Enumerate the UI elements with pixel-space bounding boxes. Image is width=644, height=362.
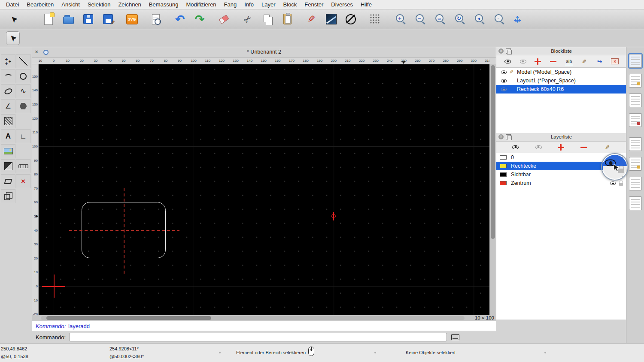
dock-layer-filter-icon[interactable] (629, 137, 642, 151)
menu-item-selektion[interactable]: Selektion (84, 0, 114, 9)
select-icon[interactable] (6, 12, 21, 27)
save-as-icon[interactable] (100, 12, 115, 27)
pen-icon[interactable] (304, 12, 319, 27)
menu-item-bearbeiten[interactable]: Bearbeiten (23, 0, 58, 9)
grid-icon[interactable] (368, 12, 382, 27)
block-list-panel: Blockliste alb ✎Model (*Model_Space)Layo… (496, 47, 626, 133)
dock-pen-settings-icon[interactable] (629, 157, 642, 171)
add-icon[interactable] (535, 58, 542, 65)
arc-tool-icon[interactable] (1, 69, 15, 83)
panel-close-icon[interactable] (498, 48, 504, 54)
visibility-cell[interactable] (500, 70, 507, 74)
block-row[interactable]: Rechteck 60x40 R6 (496, 85, 626, 94)
dock-block-list-icon[interactable] (629, 54, 642, 68)
layer-visibility-icon[interactable] (610, 181, 616, 185)
menu-item-fang[interactable]: Fang (220, 0, 241, 9)
dock-views-icon[interactable] (629, 94, 642, 107)
redo-icon[interactable] (192, 12, 207, 27)
delete-icon[interactable] (611, 58, 619, 64)
hatch-tool-icon[interactable] (1, 114, 15, 128)
dock-library-icon[interactable] (629, 74, 642, 87)
text-tool-icon[interactable] (1, 129, 15, 143)
new-icon[interactable] (41, 12, 56, 27)
image-tool-icon[interactable] (1, 144, 15, 158)
menu-item-block[interactable]: Block (279, 0, 301, 9)
horizontal-scrollbar-thumb[interactable] (46, 316, 211, 320)
zoom-redraw-icon[interactable] (451, 12, 465, 27)
ellipse-tool-icon[interactable] (1, 84, 15, 98)
undo-icon[interactable] (173, 12, 187, 27)
menu-item-layer[interactable]: Layer (258, 0, 279, 9)
menu-item-info[interactable]: Info (240, 0, 258, 9)
zoom-previous-icon[interactable] (471, 12, 485, 27)
horizontal-scrollbar[interactable] (41, 316, 465, 320)
dock-clipboard-icon[interactable] (629, 196, 642, 210)
circle-tool-icon[interactable] (16, 69, 30, 83)
polygon-tool-icon[interactable] (16, 99, 30, 113)
measure-tool-icon[interactable] (16, 159, 30, 173)
polyline-tool-icon[interactable] (1, 99, 15, 113)
hide-all-icon[interactable] (519, 57, 527, 65)
menu-item-bemassung[interactable]: Bemassung (145, 0, 182, 9)
remove-icon[interactable] (550, 58, 558, 65)
copy-icon[interactable] (260, 12, 275, 27)
edit-icon[interactable] (604, 143, 611, 151)
layer-lock-icon[interactable] (619, 183, 623, 186)
open-icon[interactable] (61, 12, 76, 27)
zoom-in-icon[interactable] (392, 12, 406, 27)
points-tool-icon[interactable] (1, 54, 15, 68)
svg-icon[interactable] (125, 12, 139, 27)
cut-icon[interactable] (240, 12, 255, 27)
block-row[interactable]: ✎Model (*Model_Space) (496, 68, 626, 76)
panel-float-icon[interactable] (506, 48, 511, 54)
remove-icon[interactable] (580, 144, 588, 151)
paste-icon[interactable] (280, 12, 295, 27)
keyboard-toggle-icon[interactable] (451, 334, 459, 340)
erase-icon[interactable] (216, 12, 231, 27)
region-tool-icon[interactable] (1, 174, 15, 188)
vertical-scrollbar-thumb[interactable] (491, 65, 495, 239)
zoom-out-icon[interactable] (411, 12, 426, 27)
rename-icon[interactable]: alb (565, 57, 573, 65)
menu-item-diverses[interactable]: Diverses (327, 0, 357, 9)
menu-item-ansicht[interactable]: Ansicht (58, 0, 84, 9)
visibility-cell[interactable] (500, 87, 507, 91)
vertical-scrollbar[interactable] (489, 64, 496, 315)
line-tool-icon[interactable] (16, 54, 30, 68)
snap-tool-icon[interactable] (16, 174, 30, 188)
dock-properties-icon[interactable] (629, 177, 642, 190)
add-icon[interactable] (558, 144, 565, 151)
drawing-canvas[interactable] (39, 64, 489, 315)
circle-icon[interactable] (343, 12, 358, 27)
insert-icon[interactable] (596, 57, 604, 65)
block-label: Model (*Model_Space) (517, 69, 571, 75)
attributes-icon[interactable] (324, 12, 338, 27)
edit-icon[interactable] (580, 57, 588, 65)
menu-item-datei[interactable]: Datei (2, 0, 23, 9)
fill-tool-icon[interactable] (1, 159, 15, 173)
zoom-auto-icon[interactable] (431, 12, 446, 27)
menu-item-zeichnen[interactable]: Zeichnen (114, 0, 145, 9)
panel-float-icon[interactable] (506, 134, 511, 139)
save-icon[interactable] (81, 12, 95, 27)
show-all-icon[interactable] (512, 143, 519, 151)
panel-close-icon[interactable] (498, 134, 504, 139)
layer-row[interactable]: Zentrum (496, 179, 626, 187)
menu-item-modifizieren[interactable]: Modifizieren (182, 0, 220, 9)
print-preview-icon[interactable] (149, 12, 163, 27)
spline-tool-icon[interactable] (16, 84, 30, 98)
pan-icon[interactable] (510, 12, 525, 27)
cube-tool-icon[interactable] (1, 189, 15, 203)
menu-item-fenster[interactable]: Fenster (301, 0, 327, 9)
menu-item-hilfe[interactable]: Hilfe (357, 0, 376, 9)
select-tool-button[interactable] (6, 31, 20, 45)
dock-command-icon[interactable] (629, 113, 642, 127)
dimension-tool-icon[interactable] (16, 129, 30, 143)
edit-cell[interactable]: ✎ (507, 69, 515, 75)
hide-all-icon[interactable] (535, 143, 542, 151)
command-input[interactable] (69, 333, 447, 341)
zoom-window-icon[interactable] (490, 12, 505, 27)
visibility-cell[interactable] (500, 79, 507, 83)
block-row[interactable]: Layout1 (*Paper_Space) (496, 76, 626, 85)
show-all-icon[interactable] (504, 57, 512, 65)
